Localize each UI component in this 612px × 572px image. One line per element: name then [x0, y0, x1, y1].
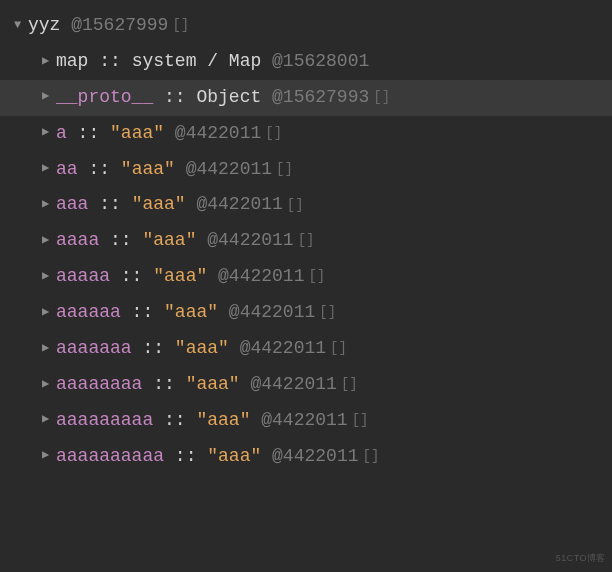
tree-row[interactable]: ▶aaaaa :: "aaa" @4422011[] [0, 259, 612, 295]
trail-glyph: [] [330, 338, 347, 360]
property-key: aaaaaaa [56, 335, 132, 363]
tree-row[interactable]: ▶aaaaaaaa :: "aaa" @4422011[] [0, 367, 612, 403]
tree-row[interactable]: ▶map :: system / Map @15628001 [0, 44, 612, 80]
object-id: @15628001 [261, 48, 369, 76]
tree-row[interactable]: ▶aaaaaaaaaa :: "aaa" @4422011[] [0, 439, 612, 475]
object-id: @4422011 [229, 335, 326, 363]
separator: :: [88, 191, 131, 219]
property-value: "aaa" [142, 227, 196, 255]
property-value: "aaa" [132, 191, 186, 219]
property-key: aaaaa [56, 263, 110, 291]
property-value: "aaa" [164, 299, 218, 327]
object-id: @15627993 [261, 84, 369, 112]
trail-glyph: [] [362, 446, 379, 468]
expand-arrow-icon[interactable]: ▼ [14, 16, 28, 35]
object-id: @4422011 [261, 443, 358, 471]
expand-arrow-icon[interactable]: ▶ [42, 446, 56, 465]
property-key: aaaaaa [56, 299, 121, 327]
property-key: a [56, 120, 67, 148]
property-key: aaaaaaaa [56, 371, 142, 399]
separator: :: [153, 407, 196, 435]
trail-glyph: [] [341, 374, 358, 396]
property-key: aaa [56, 191, 88, 219]
expand-arrow-icon[interactable]: ▶ [42, 339, 56, 358]
expand-arrow-icon[interactable]: ▶ [42, 159, 56, 178]
expand-arrow-icon[interactable]: ▶ [42, 375, 56, 394]
trail-glyph: [] [172, 15, 189, 37]
object-id: @4422011 [175, 156, 272, 184]
property-value: "aaa" [186, 371, 240, 399]
property-value: "aaa" [153, 263, 207, 291]
property-value: "aaa" [207, 443, 261, 471]
trail-glyph: [] [308, 266, 325, 288]
expand-arrow-icon[interactable]: ▶ [42, 87, 56, 106]
object-id: @4422011 [196, 227, 293, 255]
trail-glyph: [] [276, 159, 293, 181]
tree-row[interactable]: ▶aa :: "aaa" @4422011[] [0, 152, 612, 188]
object-id: @4422011 [164, 120, 261, 148]
separator: :: [110, 263, 153, 291]
property-value: "aaa" [175, 335, 229, 363]
expand-arrow-icon[interactable]: ▶ [42, 267, 56, 286]
separator: :: [78, 156, 121, 184]
tree-row[interactable]: ▶__proto__ :: Object @15627993[] [0, 80, 612, 116]
separator: :: [121, 299, 164, 327]
separator: :: [99, 227, 142, 255]
tree-row-root[interactable]: ▼yyz @15627999[] [0, 8, 612, 44]
expand-arrow-icon[interactable]: ▶ [42, 303, 56, 322]
trail-glyph: [] [298, 230, 315, 252]
property-value: "aaa" [196, 407, 250, 435]
tree-row[interactable]: ▶aaaaaaaaa :: "aaa" @4422011[] [0, 403, 612, 439]
separator: :: [153, 84, 196, 112]
property-key: aaaaaaaaa [56, 407, 153, 435]
trail-glyph: [] [319, 302, 336, 324]
object-id: @4422011 [218, 299, 315, 327]
object-id: @4422011 [240, 371, 337, 399]
property-key: aa [56, 156, 78, 184]
property-key: aaaaaaaaaa [56, 443, 164, 471]
trail-glyph: [] [287, 195, 304, 217]
expand-arrow-icon[interactable]: ▶ [42, 410, 56, 429]
watermark: 51CTO博客 [556, 552, 606, 566]
property-value: system / Map [132, 48, 262, 76]
expand-arrow-icon[interactable]: ▶ [42, 123, 56, 142]
object-tree: ▼yyz @15627999[]▶map :: system / Map @15… [0, 8, 612, 475]
expand-arrow-icon[interactable]: ▶ [42, 52, 56, 71]
expand-arrow-icon[interactable]: ▶ [42, 231, 56, 250]
trail-glyph: [] [265, 123, 282, 145]
separator: :: [88, 48, 131, 76]
separator: :: [132, 335, 175, 363]
property-key: map [56, 48, 88, 76]
tree-row[interactable]: ▶a :: "aaa" @4422011[] [0, 116, 612, 152]
property-value: "aaa" [110, 120, 164, 148]
property-key: __proto__ [56, 84, 153, 112]
separator: :: [164, 443, 207, 471]
separator: :: [142, 371, 185, 399]
property-value: Object [196, 84, 261, 112]
tree-row[interactable]: ▶aaaa :: "aaa" @4422011[] [0, 223, 612, 259]
trail-glyph: [] [373, 87, 390, 109]
tree-row[interactable]: ▶aaaaaaa :: "aaa" @4422011[] [0, 331, 612, 367]
property-key: yyz [28, 12, 60, 40]
separator: :: [67, 120, 110, 148]
tree-row[interactable]: ▶aaa :: "aaa" @4422011[] [0, 187, 612, 223]
object-id: @4422011 [250, 407, 347, 435]
expand-arrow-icon[interactable]: ▶ [42, 195, 56, 214]
property-value: "aaa" [121, 156, 175, 184]
object-id: @4422011 [207, 263, 304, 291]
object-id: @15627999 [60, 12, 168, 40]
object-id: @4422011 [186, 191, 283, 219]
tree-row[interactable]: ▶aaaaaa :: "aaa" @4422011[] [0, 295, 612, 331]
property-key: aaaa [56, 227, 99, 255]
trail-glyph: [] [352, 410, 369, 432]
